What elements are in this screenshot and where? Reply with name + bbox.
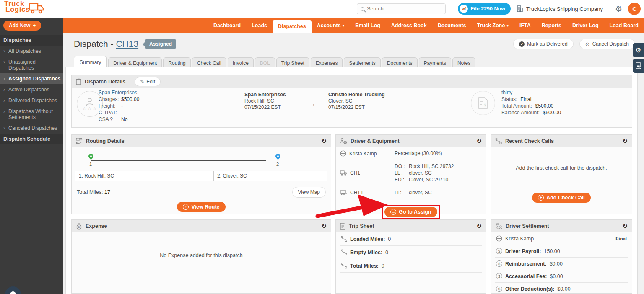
file-2290-button[interactable]: ex File 2290 Now (458, 3, 511, 15)
dollar-icon: $ (496, 248, 502, 254)
company-selector[interactable]: TruckLogics Shipping Company (517, 5, 603, 12)
miles-route-icon (341, 236, 347, 242)
view-map-button[interactable]: View Map (292, 187, 326, 198)
chevron-right-icon: › (3, 87, 6, 93)
refresh-icon[interactable]: ↻ (476, 138, 482, 144)
stop-cell-1[interactable]: 1. Rock Hill, SC (75, 171, 214, 181)
nav-loads[interactable]: Loads (246, 18, 273, 33)
truck-row: CH1 DO :Rock Hill, SC 29732 LL :clover, … (336, 160, 486, 186)
add-check-call-button[interactable]: + Add Check Call (532, 193, 591, 203)
user-avatar[interactable]: C (628, 3, 641, 15)
sidebar-item-delivered-dispatches[interactable]: ›Delivered Dispatches (0, 95, 63, 106)
nav-documents[interactable]: Documents (432, 18, 472, 33)
edit-dispatch-button[interactable]: ✎ Edit (135, 77, 161, 86)
settlement-icon: $ (495, 223, 502, 230)
refresh-icon[interactable]: ↻ (622, 138, 628, 144)
sidebar-item-canceled-dispatches[interactable]: ›Canceled Dispatches (0, 123, 63, 134)
nav-dashboard[interactable]: Dashboard (208, 18, 246, 33)
settlement-driver-name[interactable]: Krista Kamp (505, 236, 534, 242)
dollar-icon: $ (496, 260, 502, 267)
primary-nav: Dashboard Loads Dispatches Accounts▾ Ema… (63, 18, 644, 33)
add-new-button[interactable]: Add New+ (3, 21, 41, 31)
panel-title: Driver Settlement (506, 223, 549, 229)
sidebar-section-dispatch-schedule[interactable]: Dispatch Schedule (0, 134, 63, 144)
driver-settlement-panel: $ Driver Settlement ↻ Krista Kamp Final (491, 219, 632, 294)
nav-accounts[interactable]: Accounts▾ (312, 18, 350, 33)
settings-gear-icon[interactable]: ⚙ (615, 5, 622, 13)
check-icon: ✔ (519, 41, 525, 47)
recent-check-calls-panel: Recent Check Calls ↻ Add the first check… (491, 134, 632, 214)
trucklogics-logo[interactable]: Truck Logics (4, 1, 30, 13)
sidebar: Add New+ Dispatches ›All Dispatches ›Una… (0, 18, 63, 294)
chevron-right-icon: › (3, 108, 6, 120)
go-to-assign-button[interactable]: → Go to Assign (384, 207, 437, 217)
cancel-dispatch-button[interactable]: ⊘ Cancel Dispatch (579, 39, 635, 49)
sidebar-item-unassigned-dispatches[interactable]: ›Unassigned Dispatches (0, 57, 63, 73)
company-name: TruckLogics Shipping Company (526, 6, 603, 12)
dispatch-details-panel: Dispatch Details ✎ Edit ☆ ☆ ☆ Span Enter… (71, 75, 632, 128)
nav-ifta[interactable]: IFTA (514, 18, 536, 33)
invoice-link[interactable]: thirty (501, 90, 512, 95)
truck-id[interactable]: CH1 (350, 170, 360, 176)
search-box (357, 3, 446, 14)
floating-settings-button[interactable]: ⚙ (633, 43, 644, 57)
stop-cell-2[interactable]: 2. Clover, SC (214, 171, 327, 181)
driver-row: Krista Kamp Percentage (30.00%) (336, 147, 486, 160)
help-chat-bubble[interactable] (5, 286, 21, 294)
dispatch-id-link[interactable]: CH13 (116, 39, 138, 49)
driver-name[interactable]: Krista Kamp (349, 151, 377, 157)
plus-icon: + (33, 23, 36, 28)
sidebar-item-active-dispatches[interactable]: ›Active Dispatches (0, 84, 63, 95)
nav-email-log[interactable]: Email Log (350, 18, 386, 33)
nav-address-book[interactable]: Address Book (386, 18, 432, 33)
refresh-icon[interactable]: ↻ (622, 223, 628, 229)
panel-title: Dispatch Details (85, 79, 125, 85)
check-call-route-icon (495, 138, 502, 144)
money-bag-icon: $ (76, 223, 82, 230)
nav-reports[interactable]: Reports (536, 18, 567, 33)
map-pin-icon: ◦ (183, 204, 189, 210)
top-header: Truck Logics ex File 2290 Now TruckLogic… (0, 0, 644, 18)
mark-as-delivered-button[interactable]: ✔ Mark as Delivered (513, 39, 574, 49)
panel-title: Trip Sheet (349, 223, 374, 229)
chevron-right-icon: › (3, 48, 6, 54)
ban-icon: ⊘ (585, 41, 590, 47)
sidebar-item-assigned-dispatches[interactable]: ›Assigned Dispatches (0, 73, 63, 84)
nav-dispatches[interactable]: Dispatches (273, 20, 312, 33)
steering-wheel-icon (496, 235, 502, 242)
nav-load-board[interactable]: Load Board (604, 18, 644, 33)
trailer-id[interactable]: CHT1 (350, 190, 363, 196)
refresh-icon[interactable]: ↻ (476, 223, 482, 229)
sidebar-item-dispatches-without-settlements[interactable]: ›Dispatches Without Settlements (0, 106, 63, 123)
driver-equipment-icon (340, 138, 347, 144)
view-route-button[interactable]: ◦ View Route (177, 202, 225, 212)
customer-link[interactable]: Span Enterprises (99, 90, 137, 95)
search-input[interactable] (367, 6, 442, 12)
rating-stars-icon: ☆ ☆ ☆ (83, 106, 97, 111)
sidebar-item-all-dispatches[interactable]: ›All Dispatches (0, 46, 63, 57)
expense-panel: $ Expense ↻ No Expense added for this di… (71, 219, 331, 294)
trailer-row: CHT1 LL:clover, SC (336, 186, 486, 199)
settlement-row: $ Driver Payroll:150.00 (495, 245, 628, 258)
clipboard-icon (76, 78, 81, 85)
nav-driver-log[interactable]: Driver Log (567, 18, 604, 33)
panel-title: Expense (86, 223, 107, 229)
total-miles: Total Miles: 17 (77, 189, 110, 195)
settlement-driver-row: Krista Kamp Final (495, 232, 628, 245)
svg-text:$: $ (497, 225, 499, 227)
panel-title: Routing Details (86, 138, 125, 144)
pickup-info: Span Enterprises Rock Hill, SC 07/15/202… (244, 92, 286, 111)
sidebar-section-dispatches[interactable]: Dispatches (0, 35, 63, 46)
nav-truck-zone[interactable]: Truck Zone▾ (472, 18, 514, 33)
trip-sheet-doc-icon (340, 223, 345, 230)
driver-pay-type: Percentage (30.00%) (395, 150, 442, 156)
refresh-icon[interactable]: ↻ (321, 223, 327, 229)
refresh-icon[interactable]: ↻ (321, 138, 327, 144)
panel-title: Recent Check Calls (505, 138, 554, 144)
dollar-icon: $ (496, 286, 502, 292)
floating-history-doc-button[interactable] (633, 59, 644, 73)
routing-icon (76, 138, 83, 144)
steering-wheel-icon (340, 150, 346, 157)
page-title: Dispatch - CH13 (74, 39, 138, 49)
stop-marker-1: 1 (89, 162, 92, 167)
